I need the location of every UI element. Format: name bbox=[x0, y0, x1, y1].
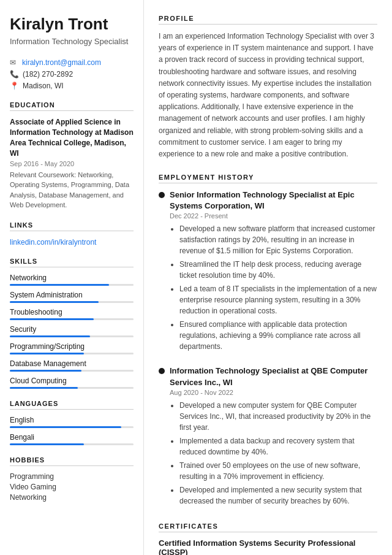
edu-date: Sep 2016 - May 2020 bbox=[10, 160, 134, 167]
edu-degree: Associate of Applied Science in Informat… bbox=[10, 117, 134, 158]
job-bullet: Trained over 50 employees on the use of … bbox=[179, 460, 377, 482]
profile-section-title: PROFILE bbox=[159, 15, 377, 25]
skill-item: Security bbox=[10, 325, 134, 337]
jobs-list: Senior Information Technology Specialist… bbox=[159, 189, 377, 509]
candidate-name: Kiralyn Tront bbox=[10, 15, 134, 34]
skill-bar-bg bbox=[10, 284, 134, 286]
cert-item: Certified Information Systems Security P… bbox=[159, 538, 377, 555]
cert-name: Certified Information Systems Security P… bbox=[159, 538, 377, 555]
job-dot bbox=[159, 192, 165, 198]
linkedin-link[interactable]: linkedin.com/in/kiralyntront bbox=[10, 238, 96, 247]
skill-item: System Administration bbox=[10, 291, 134, 303]
email-link[interactable]: kiralyn.tront@gmail.com bbox=[22, 58, 101, 67]
hobby-item: Video Gaming bbox=[10, 483, 134, 491]
job-bullet: Implemented a data backup and recovery s… bbox=[179, 435, 377, 457]
skill-bar-fill bbox=[10, 335, 90, 337]
job-bullet: Developed and implemented a new security… bbox=[179, 484, 377, 507]
lang-bar-bg bbox=[10, 426, 134, 428]
skill-item: Troubleshooting bbox=[10, 308, 134, 320]
skill-bar-bg bbox=[10, 335, 134, 337]
job-bullets: Developed a new computer system for QBE … bbox=[170, 400, 377, 507]
lang-name: Bengali bbox=[10, 433, 134, 442]
job-content: Senior Information Technology Specialist… bbox=[170, 189, 377, 354]
job-title: Information Technology Specialist at QBE… bbox=[170, 366, 377, 388]
employment-section-title: EMPLOYMENT HISTORY bbox=[159, 174, 377, 183]
skill-name: Cloud Computing bbox=[10, 377, 134, 385]
skill-bar-fill bbox=[10, 318, 94, 320]
job-title: Senior Information Technology Specialist… bbox=[170, 189, 377, 212]
skill-bar-fill bbox=[10, 353, 84, 354]
location-icon: 📍 bbox=[10, 82, 19, 90]
main-content: PROFILE I am an experienced Information … bbox=[144, 0, 392, 555]
languages-section-title: LANGUAGES bbox=[10, 400, 134, 410]
skill-name: Security bbox=[10, 325, 134, 334]
job-item: Senior Information Technology Specialist… bbox=[159, 189, 377, 354]
job-bullets: Developed a new software platform that i… bbox=[170, 223, 377, 352]
skill-bar-bg bbox=[10, 387, 134, 389]
contact-list: ✉ kiralyn.tront@gmail.com 📞 (182) 270-28… bbox=[10, 58, 134, 90]
contact-email: ✉ kiralyn.tront@gmail.com bbox=[10, 58, 134, 67]
skill-bar-fill bbox=[10, 387, 78, 389]
hobby-item: Programming bbox=[10, 472, 134, 481]
phone-text: (182) 270-2892 bbox=[23, 70, 73, 78]
skill-bar-bg bbox=[10, 301, 134, 303]
skill-bar-bg bbox=[10, 370, 134, 372]
language-item: English bbox=[10, 416, 134, 428]
job-bullet: Developed a new computer system for QBE … bbox=[179, 400, 377, 433]
profile-text: I am an experienced Information Technolo… bbox=[159, 31, 377, 160]
phone-icon: 📞 bbox=[10, 70, 19, 78]
skill-bar-fill bbox=[10, 370, 81, 372]
skill-name: System Administration bbox=[10, 291, 134, 299]
job-date: Dec 2022 - Present bbox=[170, 212, 377, 220]
sidebar: Kiralyn Tront Information Technology Spe… bbox=[0, 0, 144, 555]
job-item: Information Technology Specialist at QBE… bbox=[159, 366, 377, 508]
skill-bar-fill bbox=[10, 284, 109, 286]
skill-item: Programming/Scripting bbox=[10, 342, 134, 354]
links-list: linkedin.com/in/kiralyntront bbox=[10, 237, 134, 247]
skill-name: Troubleshooting bbox=[10, 308, 134, 316]
job-content: Information Technology Specialist at QBE… bbox=[170, 366, 377, 508]
skill-bar-fill bbox=[10, 301, 99, 303]
certificates-section-title: CERTIFICATES bbox=[159, 522, 377, 532]
skill-bar-bg bbox=[10, 353, 134, 354]
language-item: Bengali bbox=[10, 433, 134, 445]
links-section-title: LINKS bbox=[10, 221, 134, 231]
location-text: Madison, WI bbox=[23, 82, 64, 90]
skill-name: Database Management bbox=[10, 359, 134, 368]
skill-name: Programming/Scripting bbox=[10, 342, 134, 351]
contact-phone: 📞 (182) 270-2892 bbox=[10, 70, 134, 78]
skill-item: Networking bbox=[10, 274, 134, 286]
skill-item: Cloud Computing bbox=[10, 377, 134, 389]
hobbies-section-title: HOBBIES bbox=[10, 456, 134, 466]
job-bullet: Led a team of 8 IT specialists in the im… bbox=[179, 283, 377, 316]
email-icon: ✉ bbox=[10, 58, 18, 67]
skills-section-title: SKILLS bbox=[10, 258, 134, 267]
job-dot bbox=[159, 368, 165, 374]
lang-name: English bbox=[10, 416, 134, 424]
job-bullet: Developed a new software platform that i… bbox=[179, 223, 377, 256]
edu-courses: Relevant Coursework: Networking, Operati… bbox=[10, 170, 134, 210]
skills-list: Networking System Administration Trouble… bbox=[10, 274, 134, 389]
skill-bar-bg bbox=[10, 318, 134, 320]
lang-bar-fill bbox=[10, 426, 121, 428]
candidate-title: Information Technology Specialist bbox=[10, 36, 134, 47]
hobby-item: Networking bbox=[10, 493, 134, 502]
lang-bar-fill bbox=[10, 443, 84, 445]
skill-name: Networking bbox=[10, 274, 134, 282]
hobbies-list: ProgrammingVideo GamingNetworking bbox=[10, 472, 134, 502]
skill-item: Database Management bbox=[10, 359, 134, 372]
education-section-title: EDUCATION bbox=[10, 101, 134, 111]
job-date: Aug 2020 - Nov 2022 bbox=[170, 389, 377, 396]
job-bullet: Ensured compliance with applicable data … bbox=[179, 319, 377, 352]
certificates-list: Certified Information Systems Security P… bbox=[159, 538, 377, 555]
contact-location: 📍 Madison, WI bbox=[10, 82, 134, 90]
job-bullet: Streamlined the IT help desk process, re… bbox=[179, 259, 377, 281]
lang-bar-bg bbox=[10, 443, 134, 445]
languages-list: English Bengali bbox=[10, 416, 134, 445]
